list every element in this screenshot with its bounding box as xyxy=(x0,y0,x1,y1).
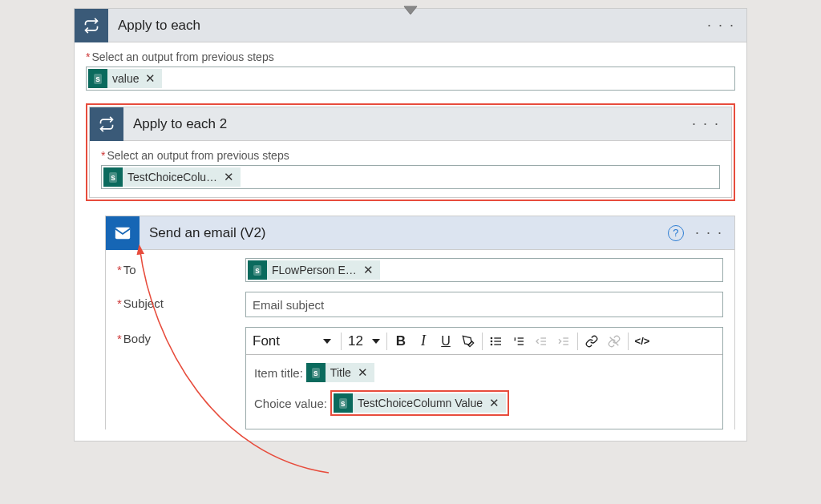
font-size-select[interactable]: 12 xyxy=(345,328,383,354)
chevron-down-icon xyxy=(372,339,380,344)
token-label: TestChoiceColu… xyxy=(127,171,217,183)
send-email-card: Send an email (V2) ? · · · *To s xyxy=(105,216,735,429)
more-button[interactable]: · · · xyxy=(707,17,735,34)
svg-point-8 xyxy=(491,344,491,345)
underline-button[interactable]: U xyxy=(435,331,456,352)
help-button[interactable]: ? xyxy=(668,225,684,241)
send-email-header[interactable]: Send an email (V2) ? · · · xyxy=(106,216,734,250)
bold-button[interactable]: B xyxy=(390,331,411,352)
highlight-button[interactable] xyxy=(458,331,479,352)
output-input[interactable]: s value ✕ xyxy=(86,67,735,91)
output-label: *Select an output from previous steps xyxy=(101,149,720,162)
highlight-annotation: s TestChoiceColumn Value ✕ xyxy=(330,390,509,416)
apply-to-each-2-header[interactable]: Apply to each 2 · · · xyxy=(90,107,731,141)
outlook-icon xyxy=(106,216,140,250)
sharepoint-icon: s xyxy=(306,363,326,382)
remove-token-button[interactable]: ✕ xyxy=(222,170,236,184)
more-button[interactable]: · · · xyxy=(692,115,720,132)
highlight-annotation: Apply to each 2 · · · *Select an output … xyxy=(86,103,735,201)
body-text: Item title: xyxy=(254,366,303,380)
svg-line-18 xyxy=(610,337,619,345)
numbered-list-button[interactable] xyxy=(508,331,529,352)
link-button[interactable] xyxy=(581,331,602,352)
token-label: FLowPerson E… xyxy=(272,264,357,276)
output-label: *Select an output from previous steps xyxy=(86,50,735,63)
apply-to-each-2-card: Apply to each 2 · · · *Select an output … xyxy=(89,107,732,198)
remove-token-button[interactable]: ✕ xyxy=(356,365,370,380)
sharepoint-icon: s xyxy=(334,393,353,413)
unlink-button[interactable] xyxy=(604,331,625,352)
token-value: s value ✕ xyxy=(88,69,162,88)
code-view-button[interactable]: </> xyxy=(632,331,653,352)
sharepoint-icon: s xyxy=(88,69,107,88)
chevron-down-icon xyxy=(323,339,331,344)
sharepoint-icon: s xyxy=(248,260,267,280)
to-input[interactable]: s FLowPerson E… ✕ xyxy=(245,258,723,282)
subject-input[interactable] xyxy=(245,292,723,317)
svg-point-6 xyxy=(491,337,491,338)
body-editor: Font 12 B I U xyxy=(245,327,723,429)
token-label: value xyxy=(112,72,139,85)
token-title: s Title ✕ xyxy=(306,363,374,382)
body-content[interactable]: Item title: s Title ✕ Choice value xyxy=(246,355,722,429)
send-email-title: Send an email (V2) xyxy=(140,225,668,241)
remove-token-button[interactable]: ✕ xyxy=(362,263,375,277)
apply-to-each-title: Apply to each xyxy=(108,18,707,34)
body-text: Choice value: xyxy=(254,397,327,410)
token-testchoice: s TestChoiceColu… ✕ xyxy=(103,167,241,187)
token-flowperson: s FLowPerson E… ✕ xyxy=(248,260,380,280)
token-testchoicecolumn-value: s TestChoiceColumn Value ✕ xyxy=(334,393,506,413)
bullet-list-button[interactable] xyxy=(486,331,507,352)
loop-icon xyxy=(75,9,108,42)
italic-button[interactable]: I xyxy=(413,331,434,352)
svg-point-7 xyxy=(491,341,491,341)
token-label: TestChoiceColumn Value xyxy=(358,397,483,409)
svg-marker-0 xyxy=(404,6,417,14)
to-label: *To xyxy=(117,258,245,276)
body-label: *Body xyxy=(117,327,245,345)
output-input[interactable]: s TestChoiceColu… ✕ xyxy=(101,165,720,189)
token-label: Title xyxy=(330,366,351,379)
more-button[interactable]: · · · xyxy=(695,224,723,241)
apply-to-each-2-title: Apply to each 2 xyxy=(123,116,692,132)
sharepoint-icon: s xyxy=(103,167,123,187)
connector-arrow xyxy=(401,5,420,18)
outdent-button[interactable] xyxy=(531,331,552,352)
indent-button[interactable] xyxy=(553,331,574,352)
remove-token-button[interactable]: ✕ xyxy=(487,396,501,410)
rich-text-toolbar: Font 12 B I U xyxy=(246,328,722,355)
font-select[interactable]: Font xyxy=(249,328,338,354)
apply-to-each-card: Apply to each · · · *Select an output fr… xyxy=(74,8,747,442)
remove-token-button[interactable]: ✕ xyxy=(144,71,157,86)
subject-label: *Subject xyxy=(117,292,245,310)
loop-icon xyxy=(90,107,123,141)
